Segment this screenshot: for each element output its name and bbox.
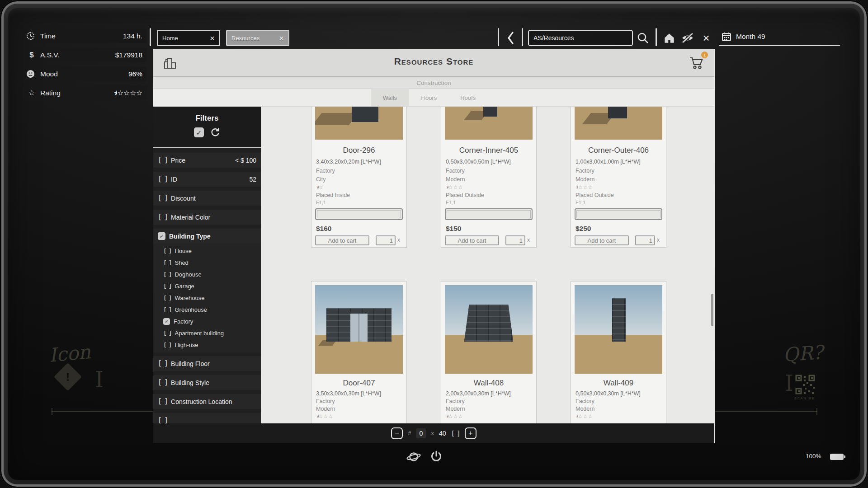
checkbox-unchecked: [ ] (158, 398, 167, 405)
product-card-corner-inner-405: Corner-Inner-405 0,50x3,00x0,50m [L*H*W]… (441, 107, 537, 248)
product-image (445, 285, 533, 374)
qr-code-sketch (795, 374, 816, 395)
search-icon[interactable] (636, 31, 650, 45)
quantity-input[interactable]: 1 (505, 235, 525, 245)
checkbox-unchecked: [ ] (163, 330, 171, 336)
planet-icon[interactable] (406, 448, 422, 465)
quantity-input[interactable]: 1 (635, 235, 655, 245)
product-rating: ★☆☆☆ (576, 413, 593, 419)
subtab-floors[interactable]: Floors (409, 89, 448, 106)
add-to-cart-button[interactable]: Add to cart (575, 235, 629, 245)
doodle-letter-i: I (95, 367, 104, 392)
subtab-roofs[interactable]: Roofs (448, 89, 487, 106)
close-icon[interactable]: × (700, 31, 712, 45)
product-floor: F1,1 (316, 200, 404, 205)
topbar-separator (150, 28, 151, 46)
checkbox-unchecked: [ ] (158, 379, 167, 386)
building-type-options: [ ] House [ ] Shed [ ] Doghouse [ ] Gara… (153, 243, 261, 352)
stat-row-time: Time 134 h. (22, 29, 147, 43)
close-tab-icon[interactable]: × (279, 34, 284, 42)
filter-partial-row[interactable]: [ ] (153, 413, 261, 423)
product-name: Door-407 (311, 379, 406, 388)
page-prev-button[interactable]: − (391, 427, 403, 439)
product-text-input[interactable] (575, 208, 662, 220)
subtab-bar: Walls Floors Roofs (153, 89, 714, 107)
product-card-door-296: Door-296 3,40x3,20x0,20m [L*H*W] Factory… (311, 107, 407, 248)
option-factory[interactable]: ✓ Factory (153, 315, 261, 327)
address-input[interactable] (529, 31, 632, 45)
product-image (445, 107, 533, 140)
checkbox-unchecked: [ ] (163, 307, 171, 313)
filters-divider (153, 147, 261, 148)
filter-discount[interactable]: [ ] Discount (153, 191, 261, 206)
doodle-icon-label: Icon (48, 341, 91, 366)
rating-stars: ★☆☆☆☆ (113, 89, 142, 97)
product-rating: ★☆☆☆ (316, 413, 333, 419)
page-next-button[interactable]: + (465, 427, 476, 439)
stat-value: 96% (128, 70, 142, 78)
topbar-separator (522, 28, 523, 46)
pagination-bar: − # 0 x 40 [ ] + (153, 423, 714, 443)
checkbox-unchecked: [ ] (158, 214, 167, 221)
checkbox-unchecked: [ ] (158, 195, 167, 202)
option-high-rise[interactable]: [ ] High-rise (153, 339, 261, 351)
filters-master-checkbox[interactable]: ✓ (194, 127, 204, 137)
option-garage[interactable]: [ ] Garage (153, 280, 261, 292)
stat-label: Rating (40, 89, 113, 97)
quantity-input[interactable]: 1 (376, 235, 396, 245)
battery-percentage: 100% (806, 453, 821, 460)
page-brackets-checkbox[interactable]: [ ] (451, 430, 460, 437)
category-label: Construction (416, 80, 451, 86)
add-to-cart-button[interactable]: Add to cart (445, 235, 499, 245)
product-building-type: Factory (576, 168, 663, 174)
filter-construction-location[interactable]: [ ] Construction Location (153, 394, 261, 409)
add-to-cart-button[interactable]: Add to cart (315, 235, 369, 245)
doodle-timeline-right (709, 411, 817, 412)
power-icon[interactable] (429, 449, 444, 465)
month-indicator: Month 49 (736, 33, 765, 41)
checkbox-checked: ✓ (158, 232, 165, 240)
filter-building-type[interactable]: ✓ Building Type (153, 229, 261, 244)
address-bar[interactable] (528, 30, 633, 46)
product-name: Corner-Inner-405 (441, 146, 536, 155)
filter-material-color[interactable]: [ ] Material Color (153, 210, 261, 225)
product-style: Modern (576, 406, 663, 412)
store-title: Resources Store (153, 56, 714, 67)
stat-label: A.S.V. (40, 51, 115, 59)
tab-home[interactable]: Home × (157, 30, 220, 46)
filter-building-floor[interactable]: [ ] Building Floor (153, 356, 261, 371)
stat-row-asv: $ A.S.V. $179918 (22, 48, 147, 62)
option-apartment-building[interactable]: [ ] Apartment building (153, 327, 261, 339)
grid-scrollbar[interactable] (711, 294, 713, 326)
eye-hidden-icon[interactable] (680, 31, 695, 45)
tab-label: Resources (231, 35, 259, 42)
quantity-unit: x (527, 237, 530, 243)
back-button[interactable] (505, 30, 516, 46)
scan-me-label: SCAN ME (794, 397, 815, 400)
product-name: Door-296 (311, 146, 406, 155)
filter-building-style[interactable]: [ ] Building Style (153, 375, 261, 390)
option-house[interactable]: [ ] House (153, 245, 261, 257)
product-card-door-407: Door-407 3,50x3,00x0,30m [L*H*W] Factory… (311, 281, 407, 423)
checkbox-unchecked: [ ] (163, 272, 171, 277)
option-warehouse[interactable]: [ ] Warehouse (153, 292, 261, 304)
filter-id[interactable]: [ ] ID 52 (153, 172, 261, 187)
category-tab-construction[interactable]: Construction (153, 77, 714, 89)
filters-reset-icon[interactable] (210, 127, 220, 137)
filter-price[interactable]: [ ] Price < $ 100 (153, 153, 261, 168)
option-shed[interactable]: [ ] Shed (153, 257, 261, 268)
close-tab-icon[interactable]: × (210, 34, 215, 42)
filters-header: Filters ✓ (153, 107, 261, 147)
store-header: Resources Store 1 (153, 49, 714, 77)
cart-button[interactable] (688, 55, 704, 70)
subtab-walls[interactable]: Walls (371, 89, 409, 106)
option-doghouse[interactable]: [ ] Doghouse (153, 268, 261, 280)
product-text-input[interactable] (445, 208, 533, 220)
product-building-type: Factory (316, 168, 404, 174)
option-greenhouse[interactable]: [ ] Greenhouse (153, 304, 261, 315)
product-text-input[interactable] (315, 208, 403, 220)
stat-value: $179918 (115, 51, 142, 59)
home-icon[interactable] (662, 31, 676, 45)
product-style: City (316, 176, 404, 183)
tab-resources[interactable]: Resources × (226, 30, 289, 46)
